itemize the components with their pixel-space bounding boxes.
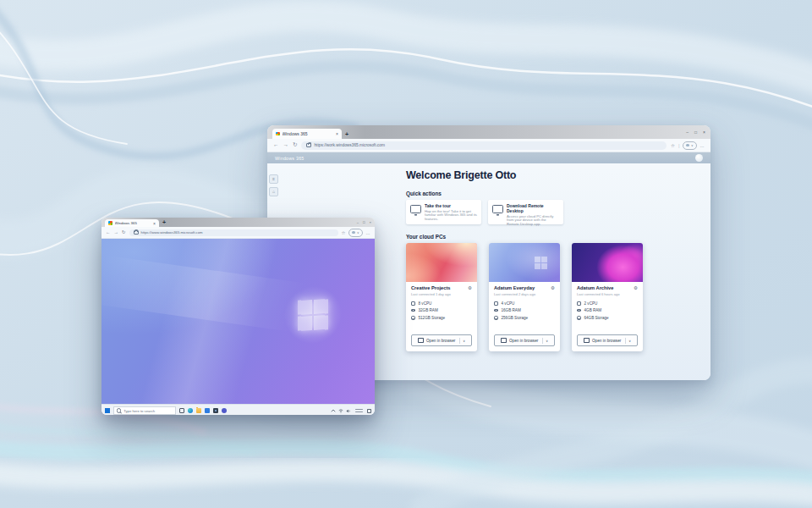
ram-spec: 4GB RAM	[584, 308, 602, 312]
spec-list: 4 vCPU 16GB RAM 256GB Storage	[494, 301, 555, 320]
portal-browser-tab[interactable]: Windows 365 ×	[272, 129, 342, 139]
cpu-spec: 8 vCPU	[419, 301, 432, 306]
favorites-star-icon[interactable]: ☆	[342, 230, 346, 235]
button-divider	[542, 338, 543, 344]
remote-desktop-surface[interactable]	[102, 239, 375, 404]
more-menu-icon[interactable]: …	[366, 230, 371, 235]
portal-main: Welcome Brigette Otto Quick actions Take…	[406, 169, 668, 351]
photos-icon[interactable]	[213, 408, 218, 413]
chevron-down-icon: ∨	[691, 144, 694, 147]
open-in-browser-button[interactable]: Open in browser ∨	[494, 334, 555, 346]
nav-rail: ≡ ⌂	[269, 174, 278, 196]
browser-icon	[418, 338, 424, 343]
quick-action-title: Download Remote Desktop	[507, 203, 559, 213]
user-avatar[interactable]	[695, 154, 703, 162]
storage-spec: 64GB Storage	[584, 316, 609, 320]
clock[interactable]	[355, 409, 363, 412]
gear-icon[interactable]: ⚙	[468, 285, 472, 290]
address-bar[interactable]: https://www.windows365.microsoft.com	[129, 229, 338, 236]
cpu-icon	[411, 301, 415, 306]
tab-title: Windows 365	[115, 221, 151, 225]
profile-chip[interactable]: ∨	[683, 141, 696, 150]
open-button-label: Open in browser	[509, 339, 538, 343]
windows365-favicon	[276, 132, 280, 136]
maximize-button[interactable]: □	[694, 130, 697, 135]
cpu-spec: 4 vCPU	[502, 301, 515, 306]
taskbar-search[interactable]: Type here to search	[113, 406, 176, 415]
back-button[interactable]: ←	[273, 142, 279, 148]
forward-button[interactable]: →	[114, 229, 119, 235]
new-tab-button[interactable]: +	[345, 131, 348, 137]
task-view-icon[interactable]	[179, 408, 184, 413]
portal-titlebar: Windows 365 × + – □ ×	[267, 125, 710, 139]
menu-icon[interactable]: ≡	[269, 174, 278, 184]
teams-icon[interactable]	[222, 408, 227, 413]
favorites-star-icon[interactable]: ☆	[671, 143, 675, 148]
cloud-pc-name: Adatum Archive	[577, 285, 613, 291]
action-center-icon[interactable]	[367, 409, 371, 413]
gear-icon[interactable]: ⚙	[634, 285, 638, 290]
gear-icon[interactable]: ⚙	[551, 285, 555, 290]
back-button[interactable]: ←	[106, 229, 111, 235]
store-icon[interactable]	[205, 408, 210, 413]
chevron-down-icon: ∨	[357, 231, 359, 235]
profile-chip[interactable]: ∨	[348, 229, 362, 237]
chevron-down-icon[interactable]: ∨	[546, 339, 548, 343]
refresh-button[interactable]: ↻	[293, 142, 297, 148]
quick-action-title: Take the tour	[425, 203, 477, 208]
home-icon[interactable]: ⌂	[269, 187, 278, 196]
quick-actions-heading: Quick actions	[406, 190, 668, 196]
start-button[interactable]	[105, 408, 110, 413]
close-button[interactable]: ×	[703, 130, 705, 135]
quick-action-take-tour[interactable]: Take the tour Hop on the tour! Take it t…	[406, 200, 481, 224]
lock-icon	[306, 143, 311, 147]
open-in-browser-button[interactable]: Open in browser ∨	[577, 334, 638, 346]
storage-spec: 256GB Storage	[502, 316, 529, 320]
cloudpc-browser-tab[interactable]: Windows 365 ×	[105, 219, 159, 227]
close-button[interactable]: ×	[370, 220, 371, 224]
refresh-button[interactable]: ↻	[122, 229, 126, 235]
search-placeholder: Type here to search	[123, 409, 155, 413]
forward-button[interactable]: →	[283, 142, 289, 148]
profile-avatar-icon	[686, 144, 689, 147]
spec-list: 2 vCPU 4GB RAM 64GB Storage	[577, 301, 638, 320]
address-bar[interactable]: https://work.windows365.microsoft.com	[301, 141, 666, 150]
minimize-button[interactable]: –	[357, 220, 359, 224]
taskbar: Type here to search	[102, 404, 375, 415]
ram-spec: 16GB RAM	[502, 308, 521, 312]
maximize-button[interactable]: □	[363, 220, 365, 224]
cloud-pc-browser-window: Windows 365 × + – □ × ← → ↻ https://www.…	[102, 218, 375, 415]
tab-close-icon[interactable]: ×	[153, 221, 156, 226]
tab-close-icon[interactable]: ×	[336, 131, 338, 136]
cloud-pc-thumbnail	[406, 243, 477, 282]
chevron-down-icon[interactable]: ∨	[463, 339, 465, 343]
cloud-pcs-heading: Your cloud PCs	[406, 234, 668, 240]
toolbar-right: ☆ ∨ …	[342, 229, 371, 237]
network-icon[interactable]	[338, 409, 343, 413]
tray-chevron-up-icon[interactable]	[331, 409, 336, 413]
open-in-browser-button[interactable]: Open in browser ∨	[411, 334, 472, 346]
cpu-icon	[577, 301, 581, 306]
url-text: https://work.windows365.microsoft.com	[314, 143, 384, 147]
system-tray	[331, 409, 371, 413]
cloud-pc-card-adatum-everyday: Adatum Everyday ⚙ Last connected 2 days …	[489, 243, 560, 351]
ram-icon	[577, 309, 581, 312]
file-explorer-icon[interactable]	[196, 408, 201, 413]
tab-title: Windows 365	[283, 131, 334, 136]
minimize-button[interactable]: –	[686, 130, 689, 135]
cloudpc-toolbar: ← → ↻ https://www.windows365.microsoft.c…	[102, 227, 375, 239]
cpu-icon	[494, 301, 498, 306]
toolbar-divider: |	[678, 143, 680, 148]
quick-action-download-remote-desktop[interactable]: Download Remote Desktop Access your clou…	[488, 200, 563, 224]
browser-icon	[584, 338, 590, 343]
open-button-label: Open in browser	[426, 339, 455, 343]
edge-icon[interactable]	[188, 408, 193, 413]
new-tab-button[interactable]: +	[162, 219, 166, 225]
page-title: Welcome Brigette Otto	[406, 169, 668, 181]
download-desktop-icon	[492, 205, 503, 213]
volume-icon[interactable]	[346, 409, 351, 413]
quick-actions-row: Take the tour Hop on the tour! Take it t…	[406, 200, 668, 224]
more-menu-icon[interactable]: …	[700, 143, 705, 148]
toolbar-right: ☆ | ∨ …	[671, 141, 705, 150]
chevron-down-icon[interactable]: ∨	[628, 339, 631, 343]
